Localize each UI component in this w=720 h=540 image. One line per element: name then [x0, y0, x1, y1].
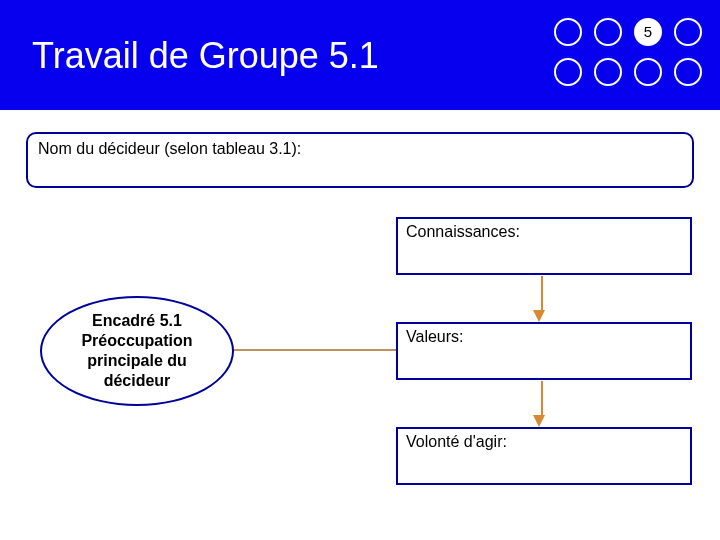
- oval-text: Encadré 5.1 Préoccupation principale du …: [56, 311, 218, 391]
- dot-icon: [674, 18, 702, 46]
- knowledge-label: Connaissances:: [406, 223, 682, 241]
- dot-icon: [554, 18, 582, 46]
- slide-number-dot: 5: [634, 18, 662, 46]
- will-label: Volonté d'agir:: [406, 433, 682, 451]
- dot-icon: [594, 58, 622, 86]
- slide-title: Travail de Groupe 5.1: [32, 35, 379, 77]
- values-label: Valeurs:: [406, 328, 682, 346]
- arrow-down-icon: [538, 381, 545, 427]
- decision-maker-name-box: Nom du décideur (selon tableau 3.1):: [26, 132, 694, 188]
- slide-number: 5: [644, 23, 652, 40]
- connector-line: [232, 349, 398, 351]
- slide-dot-grid: 5: [554, 18, 708, 92]
- knowledge-box: Connaissances:: [396, 217, 692, 275]
- dot-icon: [594, 18, 622, 46]
- will-box: Volonté d'agir:: [396, 427, 692, 485]
- main-concern-oval: Encadré 5.1 Préoccupation principale du …: [40, 296, 234, 406]
- arrow-down-icon: [538, 276, 545, 322]
- values-box: Valeurs:: [396, 322, 692, 380]
- dot-icon: [554, 58, 582, 86]
- slide-header: Travail de Groupe 5.1 5: [0, 0, 720, 110]
- dot-icon: [634, 58, 662, 86]
- name-label: Nom du décideur (selon tableau 3.1):: [38, 140, 682, 158]
- dot-icon: [674, 58, 702, 86]
